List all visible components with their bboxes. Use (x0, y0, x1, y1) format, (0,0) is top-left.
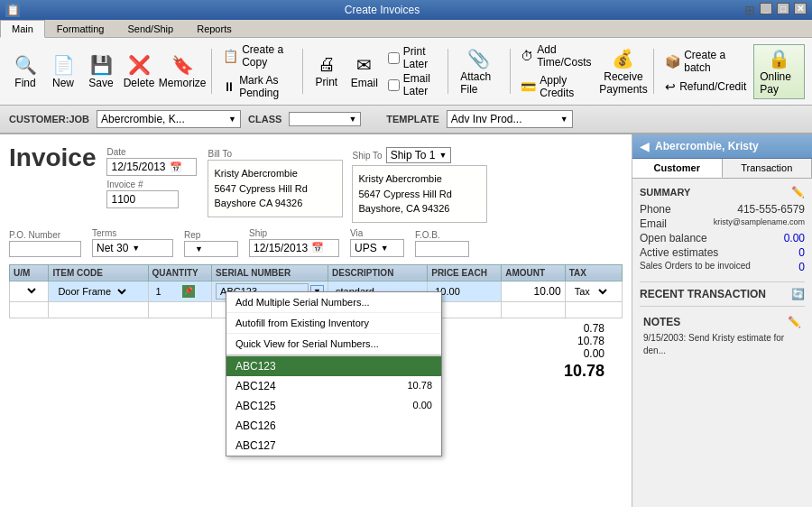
time-icon: ⏱ (521, 49, 533, 63)
tab-formatting[interactable]: Formatting (45, 20, 116, 37)
via-label: Via (350, 228, 404, 238)
new-button[interactable]: 📄 New (45, 51, 81, 93)
create-batch-button[interactable]: 📦 Create a batch (660, 47, 752, 76)
row-item-code[interactable]: Door Frame (49, 281, 148, 301)
recent-transaction-icon[interactable]: 🔄 (791, 288, 805, 300)
add-time-costs-button[interactable]: ⏱ Add Time/Costs (515, 41, 596, 70)
online-pay-ribbon-button[interactable]: 🔒 Online Pay (753, 44, 805, 99)
row-amount: 10.00 (502, 281, 565, 301)
um-select[interactable] (14, 284, 39, 298)
find-icon: 🔍 (14, 54, 37, 76)
serial-list-item-1[interactable]: ABC124 10.78 (226, 376, 441, 396)
tab-customer[interactable]: Customer (632, 159, 723, 178)
terms-group: Terms Net 30 ▼ (92, 228, 173, 257)
mark-pending-button[interactable]: ⏸ Mark As Pending (217, 72, 297, 101)
calendar-icon[interactable]: 📅 (170, 161, 182, 173)
summary-row-email: Email kristy@samplename.com (640, 217, 805, 231)
quick-view-serial-item[interactable]: Quick View for Serial Numbers... (226, 334, 441, 355)
customer-job-bar: CUSTOMER:JOB Abercrombie, K... ▼ CLASS ▼… (0, 106, 812, 134)
pin-icon: 📌 (182, 285, 195, 298)
ship-to-label: Ship To (352, 151, 382, 161)
save-icon: 💾 (90, 54, 113, 76)
col-item-code: ITEM CODE (49, 264, 148, 281)
terms-input[interactable]: Net 30 ▼ (92, 239, 173, 257)
po-input[interactable] (9, 241, 81, 257)
print-later-item[interactable]: Print Later (388, 45, 439, 70)
minimize-button[interactable]: _ (760, 3, 772, 14)
find-button[interactable]: 🔍 Find (7, 51, 43, 93)
email-later-checkbox[interactable] (388, 79, 400, 91)
subtotal-row3: 0.00 (584, 347, 604, 360)
print-later-checkbox[interactable] (388, 52, 400, 64)
time-credits-group: ⏱ Add Time/Costs 💳 Apply Credits (515, 41, 596, 101)
main-content: Invoice Date 12/15/2013 📅 Invoice # 1100 (0, 134, 812, 507)
tile-button[interactable]: ⊞ (744, 3, 755, 17)
print-button[interactable]: 🖨 Print (309, 51, 345, 92)
title-bar: 📋 Create Invoices ⊞ _ □ ✕ (0, 0, 812, 20)
po-number-group: P.O. Number (9, 230, 81, 257)
notes-text: 9/15/2003: Send Kristy estimate for den.… (643, 332, 801, 357)
window-title: Create Invoices (20, 4, 744, 16)
terms-label: Terms (92, 228, 173, 238)
notes-edit-icon[interactable]: ✏️ (788, 316, 801, 328)
via-input[interactable]: UPS ▼ (350, 239, 404, 257)
create-copy-button[interactable]: 📋 Create a Copy (217, 41, 297, 70)
row-tax[interactable]: Tax (565, 281, 622, 301)
ship-calendar-icon[interactable]: 📅 (311, 242, 324, 254)
delete-button[interactable]: ❌ Delete (121, 51, 157, 93)
tab-send-ship[interactable]: Send/Ship (115, 20, 185, 37)
print-icon: 🖨 (318, 54, 336, 75)
memorize-button[interactable]: 🔖 Memorize (159, 51, 206, 93)
pending-icon: ⏸ (223, 79, 235, 94)
class-select[interactable]: ▼ (289, 112, 361, 126)
window-controls: ⊞ _ □ ✕ (744, 3, 807, 17)
payments-icon: 💰 (612, 48, 634, 69)
maximize-button[interactable]: □ (777, 3, 789, 14)
row-quantity[interactable]: 📌 (148, 281, 211, 301)
serial-list-item-3[interactable]: ABC126 (226, 416, 441, 436)
serial-list-item-4[interactable]: ABC127 (226, 436, 441, 456)
template-select[interactable]: Adv Inv Prod... ▼ (447, 110, 573, 128)
tab-main[interactable]: Main (0, 20, 45, 38)
sep2 (302, 49, 303, 94)
ribbon: Main Formatting Send/Ship Reports 🔍 Find… (0, 20, 812, 106)
subtotal-row: 0.78 (584, 322, 604, 335)
tab-reports[interactable]: Reports (185, 20, 244, 37)
item-code-select[interactable]: Door Frame (52, 284, 129, 299)
amount-1: 10.78 (407, 380, 432, 391)
customer-job-select[interactable]: Abercrombie, K... ▼ (97, 110, 241, 128)
quantity-input[interactable] (152, 284, 180, 299)
date-input[interactable]: 12/15/2013 📅 (106, 158, 197, 176)
fob-input[interactable] (415, 241, 469, 257)
summary-title-text: SUMMARY (640, 187, 690, 198)
autofill-inventory-item[interactable]: Autofill from Existing Inventory (226, 313, 441, 334)
ship-to-address: Kristy Abercrombie 5647 Cypress Hill Rd … (352, 165, 487, 223)
summary-edit-icon[interactable]: ✏️ (791, 186, 805, 198)
col-quantity: QUANTITY (148, 264, 211, 281)
ribbon-content: 🔍 Find 📄 New 💾 Save ❌ Delete 🔖 Memorize … (0, 38, 812, 105)
ship-to-row: Ship To Ship To 1 ▼ (352, 147, 487, 163)
serial-list-item-0[interactable]: ABC123 (226, 356, 441, 376)
apply-credits-button[interactable]: 💳 Apply Credits (515, 72, 596, 101)
attach-file-button[interactable]: 📎 Attach File (454, 44, 503, 99)
invoice-area: Invoice Date 12/15/2013 📅 Invoice # 1100 (0, 134, 632, 507)
receive-payments-button[interactable]: 💰 Receive Payments (598, 44, 648, 99)
serial-number-list: ABC123 ABC124 10.78 ABC125 0.00 ABC126 A (226, 355, 441, 456)
refund-credit-button[interactable]: ↩ Refund/Credit (660, 78, 752, 96)
tab-transaction[interactable]: Transaction (723, 159, 813, 178)
save-button[interactable]: 💾 Save (83, 51, 119, 93)
row-um[interactable] (10, 281, 49, 301)
invoice-num-input[interactable]: 1100 (106, 190, 179, 208)
col-amount: AMOUNT (502, 264, 565, 281)
panel-collapse-icon[interactable]: ◀ (640, 139, 650, 153)
rep-input[interactable]: ▼ (184, 241, 238, 257)
close-button[interactable]: ✕ (794, 3, 807, 14)
tax-select[interactable]: Tax (569, 284, 610, 299)
email-later-item[interactable]: Email Later (388, 72, 439, 97)
ship-to-select[interactable]: Ship To 1 ▼ (386, 147, 452, 163)
email-button[interactable]: ✉ Email (346, 51, 383, 93)
print-email-later-group: Print Later Email Later (384, 41, 443, 101)
serial-list-item-2[interactable]: ABC125 0.00 (226, 396, 441, 416)
add-multiple-serial-item[interactable]: Add Multiple Serial Numbers... (226, 292, 441, 313)
ship-input[interactable]: 12/15/2013 📅 (249, 239, 339, 257)
